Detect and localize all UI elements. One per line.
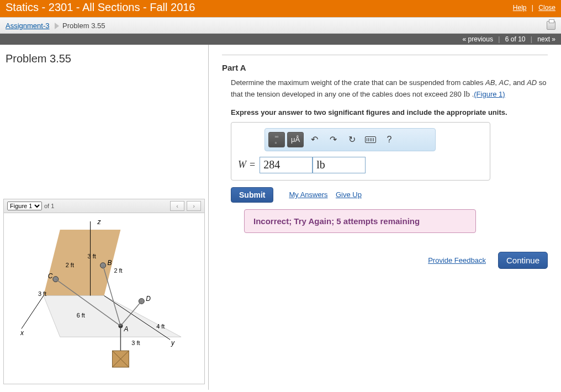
svg-text:3 ft: 3 ft bbox=[131, 340, 140, 346]
svg-line-2 bbox=[22, 296, 44, 329]
header-links: Help | Close bbox=[513, 4, 555, 12]
prev-problem-link[interactable]: « previous bbox=[463, 35, 493, 43]
help-icon[interactable]: ? bbox=[381, 132, 398, 147]
continue-button[interactable]: Continue bbox=[498, 252, 548, 269]
content-panel: Part A Determine the maximum weight of t… bbox=[209, 45, 561, 390]
svg-text:2 ft: 2 ft bbox=[114, 267, 122, 274]
svg-text:3 ft: 3 ft bbox=[88, 253, 96, 259]
provide-feedback-link[interactable]: Provide Feedback bbox=[428, 256, 486, 264]
unit-input[interactable] bbox=[313, 157, 366, 173]
print-icon[interactable] bbox=[547, 21, 555, 30]
templates-button[interactable]: ▫▫▫ bbox=[268, 132, 285, 147]
figure-image: z x y B C D A bbox=[3, 213, 205, 384]
part-title: Part A bbox=[222, 63, 548, 72]
figure-select[interactable]: Figure 1 bbox=[7, 202, 42, 210]
figure-panel: Figure 1 of 1 ‹ › z x y bbox=[3, 199, 205, 384]
separator: | bbox=[532, 4, 533, 12]
assignment-link[interactable]: Assignment-3 bbox=[6, 22, 49, 30]
figure-header: Figure 1 of 1 ‹ › bbox=[3, 199, 205, 213]
svg-text:D: D bbox=[146, 295, 151, 303]
course-title: Statics - 2301 - All Sections - Fall 201… bbox=[6, 1, 195, 14]
submit-button[interactable]: Submit bbox=[231, 187, 273, 203]
svg-text:C: C bbox=[48, 272, 53, 280]
answer-instruction: Express your answer to two significant f… bbox=[231, 108, 548, 116]
figure-1-link[interactable]: (Figure 1) bbox=[474, 90, 505, 98]
svg-text:3 ft: 3 ft bbox=[38, 290, 46, 297]
my-answers-link[interactable]: My Answers bbox=[289, 190, 327, 199]
svg-text:B: B bbox=[107, 259, 112, 267]
equals-sign: = bbox=[250, 159, 255, 171]
problem-nav: « previous | 6 of 10 | next » bbox=[0, 34, 561, 45]
equation-toolbar: ▫▫▫ μÅ ↶ ↷ ↻ ? bbox=[264, 128, 436, 151]
breadcrumb: Assignment-3 Problem 3.55 bbox=[0, 17, 561, 34]
undo-icon[interactable]: ↶ bbox=[306, 132, 322, 147]
figure-prev-button[interactable]: ‹ bbox=[170, 201, 184, 211]
problem-title: Problem 3.55 bbox=[0, 50, 208, 72]
svg-text:4 ft: 4 ft bbox=[156, 323, 165, 330]
svg-text:A: A bbox=[123, 325, 128, 333]
help-link[interactable]: Help bbox=[513, 4, 527, 12]
equation-row: W = bbox=[238, 157, 483, 173]
svg-point-6 bbox=[100, 263, 106, 268]
course-header: Statics - 2301 - All Sections - Fall 201… bbox=[0, 0, 561, 17]
svg-text:y: y bbox=[171, 339, 175, 347]
left-panel: Problem 3.55 Figure 1 of 1 ‹ › z bbox=[0, 45, 209, 390]
divider bbox=[222, 55, 548, 55]
svg-text:x: x bbox=[20, 329, 24, 337]
position-label: 6 of 10 bbox=[505, 35, 526, 43]
feedback-message: Incorrect; Try Again; 5 attempts remaini… bbox=[244, 209, 476, 233]
keyboard-icon[interactable] bbox=[362, 132, 379, 147]
answer-box: ▫▫▫ μÅ ↶ ↷ ↻ ? W = bbox=[231, 122, 490, 181]
bottom-actions: Provide Feedback Continue bbox=[222, 252, 548, 269]
redo-icon[interactable]: ↷ bbox=[325, 132, 341, 147]
give-up-link[interactable]: Give Up bbox=[336, 190, 362, 199]
variable-label: W bbox=[238, 159, 246, 171]
figure-count: of 1 bbox=[44, 203, 54, 209]
reset-icon[interactable]: ↻ bbox=[343, 132, 360, 147]
units-symbols-button[interactable]: μÅ bbox=[287, 132, 304, 147]
svg-text:2 ft: 2 ft bbox=[66, 262, 74, 268]
svg-text:6 ft: 6 ft bbox=[77, 312, 85, 319]
submit-row: Submit My Answers Give Up bbox=[231, 187, 548, 203]
svg-text:z: z bbox=[97, 218, 102, 226]
diagram-svg: z x y B C D A bbox=[4, 213, 204, 384]
next-problem-link[interactable]: next » bbox=[537, 35, 555, 43]
figure-next-button[interactable]: › bbox=[187, 201, 201, 211]
value-input[interactable] bbox=[260, 157, 313, 173]
prompt-text: Determine the maximum weight of the crat… bbox=[231, 78, 548, 100]
problem-crumb: Problem 3.55 bbox=[62, 22, 105, 30]
close-link[interactable]: Close bbox=[538, 4, 555, 12]
